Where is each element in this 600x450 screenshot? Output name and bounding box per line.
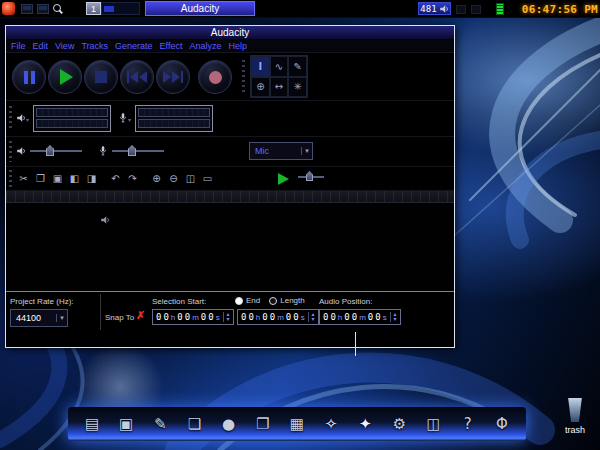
dock-icon-pen[interactable]: ✎	[148, 411, 172, 437]
hours-value: 00	[156, 312, 171, 322]
dock-icon-folder[interactable]: ❏	[182, 411, 206, 437]
multi-tool-button[interactable]: ✳	[288, 77, 307, 98]
toolbar-grip[interactable]	[242, 60, 245, 93]
end-radio[interactable]	[235, 297, 243, 305]
workspace-2-cell[interactable]	[101, 2, 140, 15]
dock-icon-drawer[interactable]: ▤	[80, 411, 104, 437]
chevron-down-icon: ▾	[301, 147, 312, 155]
dock-icon-mouse[interactable]: ✦	[353, 411, 377, 437]
zoom-tool-button[interactable]: ⊕	[251, 77, 270, 98]
globe-icon: ●	[222, 415, 235, 433]
project-rate-dropdown[interactable]: 44100 ▾	[10, 309, 68, 327]
workspace-1-cell[interactable]: 1	[86, 2, 101, 15]
input-meter[interactable]	[135, 105, 213, 132]
length-label: Length	[280, 296, 304, 305]
draw-tool-button[interactable]: ✎	[288, 56, 307, 77]
mouse-icon: ✦	[359, 415, 372, 433]
toolbar-grip[interactable]	[9, 106, 12, 131]
play-button[interactable]	[48, 60, 82, 94]
menu-generate[interactable]: Generate	[115, 41, 153, 51]
microphone-icon	[118, 112, 128, 123]
copy-button[interactable]: ❐	[33, 170, 48, 186]
paste-button[interactable]: ▣	[50, 170, 65, 186]
trash[interactable]: trash	[556, 398, 594, 435]
input-device-dropdown[interactable]: Mic ▾	[249, 142, 313, 160]
audio-position-field[interactable]: 00h 00m 00s ▴▾	[319, 309, 401, 325]
chevron-down-icon[interactable]: ▾	[26, 116, 29, 123]
chevron-down-icon[interactable]: ▾	[128, 116, 131, 123]
record-button[interactable]	[198, 60, 232, 94]
menu-tracks[interactable]: Tracks	[81, 41, 108, 51]
output-volume-slider[interactable]	[30, 145, 82, 157]
snap-to-checkbox[interactable]: ✗	[136, 309, 145, 322]
dock-icon-help[interactable]: ?	[456, 411, 480, 437]
envelope-tool-button[interactable]: ∿	[270, 56, 289, 77]
start-menu-icon[interactable]	[2, 2, 15, 15]
zoom-in-button[interactable]: ⊕	[149, 170, 164, 186]
track-area[interactable]	[6, 203, 454, 291]
fit-selection-button[interactable]: ◫	[183, 170, 198, 186]
timeshift-icon: ↔	[275, 81, 283, 92]
search-icon[interactable]	[53, 4, 61, 12]
redo-button[interactable]: ↷	[125, 170, 140, 186]
playback-speed-slider[interactable]	[298, 170, 324, 184]
fit-project-button[interactable]: ▭	[200, 170, 215, 186]
toolbar-grip[interactable]	[9, 141, 12, 161]
undo-button[interactable]: ↶	[108, 170, 123, 186]
tray-icon[interactable]	[471, 5, 481, 14]
window-titlebar[interactable]: Audacity	[6, 26, 454, 39]
tray-icon[interactable]	[456, 5, 466, 14]
timeline-ruler[interactable]	[6, 191, 454, 203]
spinner[interactable]: ▴▾	[223, 312, 232, 322]
taskbar-audacity-button[interactable]: Audacity	[145, 1, 255, 16]
dock-icon-power[interactable]: Φ	[490, 411, 514, 437]
stop-button[interactable]	[84, 60, 118, 94]
volume-indicator[interactable]: 481	[418, 2, 451, 15]
app-launcher-icon[interactable]	[21, 4, 33, 14]
dock-icon-computer[interactable]: ▣	[114, 411, 138, 437]
window-title: Audacity	[211, 27, 249, 38]
dock-icon-tools[interactable]: ⚙	[387, 411, 411, 437]
end-option[interactable]: End	[235, 296, 260, 305]
display-icon[interactable]	[37, 4, 49, 14]
trim-button[interactable]: ◧	[67, 170, 82, 186]
mixer-toolbar: Mic ▾	[6, 137, 454, 167]
menu-edit[interactable]: Edit	[33, 41, 49, 51]
slider-thumb[interactable]	[46, 145, 54, 156]
selection-end-field[interactable]: 00h 00m 00s ▴▾	[237, 309, 319, 325]
toolbar-grip[interactable]	[9, 170, 12, 186]
slider-thumb[interactable]	[306, 171, 313, 181]
timeshift-tool-button[interactable]: ↔	[270, 77, 289, 98]
selection-start-field[interactable]: 00h 00m 00s ▴▾	[152, 309, 234, 325]
menu-help[interactable]: Help	[228, 41, 247, 51]
cut-button[interactable]: ✂	[16, 170, 31, 186]
dock-icon-monitor[interactable]: ◫	[422, 411, 446, 437]
spinner[interactable]: ▴▾	[390, 312, 399, 322]
selection-toolbar: Project Rate (Hz): 44100 ▾ Snap To ✗ Sel…	[6, 291, 454, 347]
output-meter[interactable]	[33, 105, 111, 132]
slider-thumb[interactable]	[128, 145, 136, 156]
play-at-speed-button[interactable]	[278, 173, 289, 185]
spinner[interactable]: ▴▾	[308, 312, 317, 322]
menu-analyze[interactable]: Analyze	[189, 41, 221, 51]
menu-view[interactable]: View	[55, 41, 74, 51]
menu-file[interactable]: File	[11, 41, 26, 51]
meter-bar-right	[138, 119, 210, 128]
pause-button[interactable]	[12, 60, 46, 94]
input-volume-slider[interactable]	[112, 145, 164, 157]
silence-button[interactable]: ◨	[84, 170, 99, 186]
length-option[interactable]: Length	[269, 296, 304, 305]
magnifier-icon: ⊕	[256, 81, 264, 92]
zoom-out-button[interactable]: ⊖	[166, 170, 181, 186]
menu-effect[interactable]: Effect	[160, 41, 183, 51]
hours-value: 00	[323, 312, 338, 322]
selection-tool-button[interactable]: I	[251, 56, 270, 77]
skip-to-start-button[interactable]	[120, 60, 154, 94]
dock-icon-pet[interactable]: ✧	[319, 411, 343, 437]
length-radio[interactable]	[269, 297, 277, 305]
skip-to-end-button[interactable]	[156, 60, 190, 94]
dock-icon-globe[interactable]: ●	[217, 411, 241, 437]
dock-icon-package[interactable]: ▦	[285, 411, 309, 437]
seconds-value: 00	[201, 312, 216, 322]
dock-icon-documents[interactable]: ❐	[251, 411, 275, 437]
